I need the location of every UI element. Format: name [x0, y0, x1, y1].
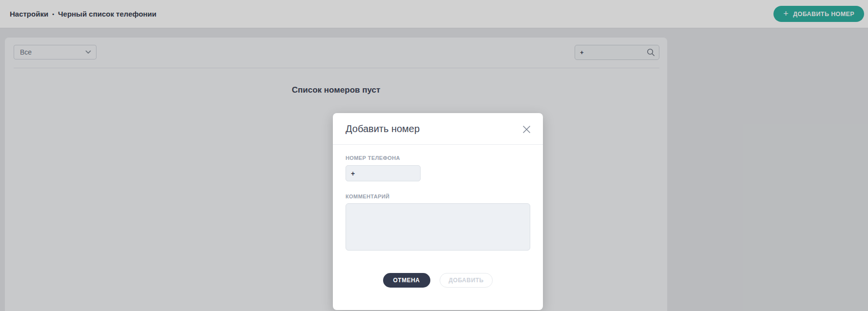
comment-label: КОММЕНТАРИЙ: [346, 194, 530, 199]
modal-title: Добавить номер: [346, 123, 420, 135]
close-icon[interactable]: [521, 123, 532, 135]
phone-label: НОМЕР ТЕЛЕФОНА: [346, 155, 530, 161]
cancel-button[interactable]: ОТМЕНА: [383, 273, 430, 288]
modal-actions: ОТМЕНА ДОБАВИТЬ: [346, 273, 530, 288]
modal-body: НОМЕР ТЕЛЕФОНА КОММЕНТАРИЙ ОТМЕНА ДОБАВИ…: [333, 145, 543, 288]
submit-button[interactable]: ДОБАВИТЬ: [440, 273, 493, 288]
phone-input[interactable]: [346, 165, 421, 181]
modal-header: Добавить номер: [333, 113, 543, 145]
blacklist-page: Настройки • Черный список телефонии + ДО…: [0, 0, 868, 311]
comment-textarea[interactable]: [346, 203, 530, 251]
add-number-modal: Добавить номер НОМЕР ТЕЛЕФОНА КОММЕНТАРИ…: [333, 113, 543, 310]
